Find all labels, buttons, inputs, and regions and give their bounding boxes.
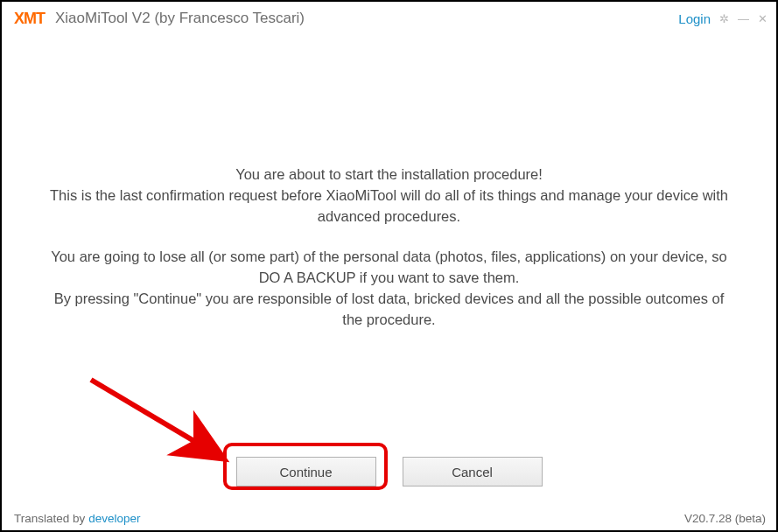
app-window: XMT XiaoMiTool V2 (by Francesco Tescari)…: [0, 0, 778, 532]
window-title: XiaoMiTool V2 (by Francesco Tescari): [55, 10, 305, 27]
developer-link[interactable]: developer: [88, 512, 140, 525]
continue-button[interactable]: Continue: [236, 457, 376, 486]
message-line-4: By pressing "Continue" you are responsib…: [46, 289, 732, 331]
message-line-3: You are going to lose all (or some part)…: [46, 247, 732, 289]
confirmation-message: You are about to start the installation …: [2, 33, 776, 530]
status-bar: Translated by developer V20.7.28 (beta): [2, 508, 776, 530]
login-link[interactable]: Login: [678, 11, 711, 26]
message-line-2: This is the last confirmation request be…: [46, 186, 732, 228]
settings-icon[interactable]: ✲: [719, 12, 729, 25]
cancel-button[interactable]: Cancel: [403, 457, 543, 486]
app-logo: XMT: [14, 10, 45, 28]
button-row: Continue Cancel: [2, 457, 776, 486]
close-icon[interactable]: ✕: [758, 12, 767, 25]
titlebar: XMT XiaoMiTool V2 (by Francesco Tescari)…: [2, 2, 776, 33]
minimize-icon[interactable]: —: [738, 12, 749, 25]
message-line-1: You are about to start the installation …: [235, 164, 543, 186]
version-label: V20.7.28 (beta): [684, 512, 766, 525]
translated-by-label: Translated by: [14, 512, 85, 525]
